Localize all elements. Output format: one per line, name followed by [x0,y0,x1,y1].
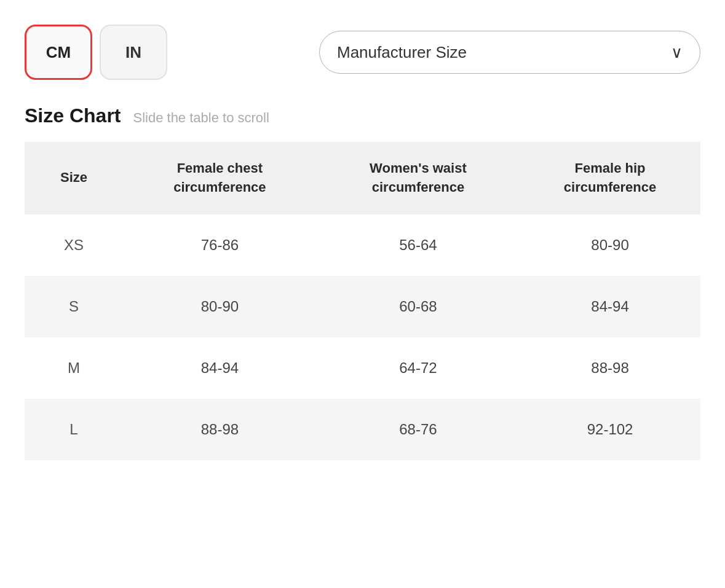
dropdown-label: Manufacturer Size [337,43,467,62]
size-chart-title: Size Chart [25,104,121,127]
table-row: M84-9464-7288-98 [25,337,700,399]
table-cell-chest: 88-98 [123,399,317,460]
col-header-size: Size [25,142,123,214]
col-header-waist: Women's waist circumference [317,142,520,214]
size-chart-header: Size Chart Slide the table to scroll [25,104,700,127]
table-cell-size: L [25,399,123,460]
unit-buttons: CM IN [25,25,167,80]
table-cell-waist: 68-76 [317,399,520,460]
cm-button[interactable]: CM [25,25,92,80]
chevron-down-icon: ∨ [671,43,683,62]
table-row: XS76-8656-6480-90 [25,214,700,276]
table-cell-hip: 84-94 [520,276,700,337]
table-cell-chest: 76-86 [123,214,317,276]
table-cell-size: M [25,337,123,399]
table-cell-hip: 80-90 [520,214,700,276]
size-chart-hint: Slide the table to scroll [133,110,269,126]
table-cell-size: S [25,276,123,337]
table-cell-hip: 88-98 [520,337,700,399]
table-header-row: Size Female chest circumference Women's … [25,142,700,214]
table-cell-waist: 60-68 [317,276,520,337]
in-button[interactable]: IN [100,25,167,80]
table-cell-chest: 84-94 [123,337,317,399]
table-cell-chest: 80-90 [123,276,317,337]
col-header-chest: Female chest circumference [123,142,317,214]
table-row: S80-9060-6884-94 [25,276,700,337]
size-table: Size Female chest circumference Women's … [25,142,700,460]
col-header-hip: Female hip circumference [520,142,700,214]
manufacturer-size-dropdown[interactable]: Manufacturer Size ∨ [319,31,700,74]
table-cell-size: XS [25,214,123,276]
table-cell-waist: 64-72 [317,337,520,399]
table-row: L88-9868-7692-102 [25,399,700,460]
table-cell-waist: 56-64 [317,214,520,276]
top-controls: CM IN Manufacturer Size ∨ [25,25,700,80]
table-cell-hip: 92-102 [520,399,700,460]
